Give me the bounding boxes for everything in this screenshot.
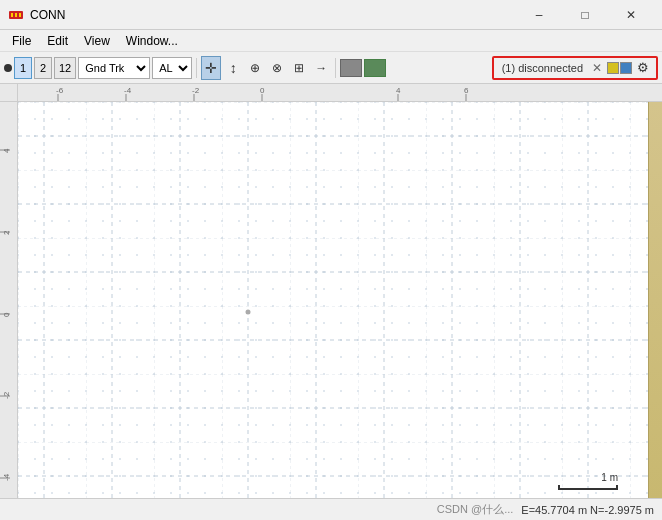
svg-text:-2: -2 [192, 86, 200, 95]
svg-text:4: 4 [396, 86, 401, 95]
minimize-button[interactable]: – [516, 0, 562, 30]
top-ruler-row: -6 -4 -2 0 4 6 [0, 84, 662, 102]
title-bar: CONN – □ ✕ [0, 0, 662, 30]
scale-bar: 1 m [558, 472, 618, 490]
app-title: CONN [30, 8, 65, 22]
scale-label: 1 m [601, 472, 618, 483]
svg-text:6: 6 [464, 86, 469, 95]
connection-close-button[interactable]: ✕ [589, 60, 605, 76]
scale-line [558, 485, 618, 490]
svg-rect-2 [15, 13, 17, 17]
layer-12-button[interactable]: 12 [54, 57, 76, 79]
layer-1-button[interactable]: 1 [14, 57, 32, 79]
status-bar: CSDN @什么... E=45.7704 m N=-2.9975 m [0, 498, 662, 520]
image-button-2[interactable] [364, 59, 386, 77]
svg-text:-6: -6 [56, 86, 64, 95]
disconnected-label: (1) disconnected [498, 62, 587, 74]
separator-2 [335, 58, 336, 78]
canvas-grid-svg [18, 102, 648, 498]
menu-window[interactable]: Window... [118, 30, 186, 51]
toolbar: 1 2 12 Gnd Trk Signal Power ALL NET ✛ ↕ … [0, 52, 662, 84]
svg-rect-1 [11, 13, 13, 17]
svg-text:-2: -2 [2, 391, 11, 399]
canvas-row: 4 2 0 -2 -4 [0, 102, 662, 498]
left-ruler: 4 2 0 -2 -4 [0, 102, 18, 498]
ruler-corner [0, 84, 18, 102]
settings-gear-button[interactable]: ⚙ [634, 59, 652, 77]
svg-text:-4: -4 [2, 473, 11, 481]
menu-file[interactable]: File [4, 30, 39, 51]
app-icon [8, 7, 24, 23]
circle-plus-button[interactable]: ⊕ [245, 56, 265, 80]
menu-view[interactable]: View [76, 30, 118, 51]
filter-select[interactable]: ALL NET [152, 57, 192, 79]
window-controls[interactable]: – □ ✕ [516, 0, 654, 30]
svg-rect-3 [19, 13, 21, 17]
layer-icon-blue [620, 62, 632, 74]
main-area: -6 -4 -2 0 4 6 4 2 0 [0, 84, 662, 498]
separator-1 [196, 58, 197, 78]
maximize-button[interactable]: □ [562, 0, 608, 30]
menu-edit[interactable]: Edit [39, 30, 76, 51]
svg-point-50 [246, 310, 251, 315]
dot-indicator [4, 64, 12, 72]
left-ruler-svg: 4 2 0 -2 -4 [0, 102, 17, 498]
circle-x-button[interactable]: ⊗ [267, 56, 287, 80]
close-button[interactable]: ✕ [608, 0, 654, 30]
svg-text:-4: -4 [124, 86, 132, 95]
layer-2-button[interactable]: 2 [34, 57, 52, 79]
image-button-1[interactable] [340, 59, 362, 77]
right-accent [648, 102, 662, 498]
svg-text:4: 4 [2, 148, 11, 153]
arrow-button[interactable]: → [311, 56, 331, 80]
layer-select[interactable]: Gnd Trk Signal Power [78, 57, 150, 79]
coordinates-display: E=45.7704 m N=-2.9975 m [521, 504, 654, 516]
connection-status-panel: (1) disconnected ✕ ⚙ [492, 56, 658, 80]
title-bar-left: CONN [8, 7, 65, 23]
top-ruler-svg: -6 -4 -2 0 4 6 [18, 84, 662, 101]
svg-rect-33 [18, 102, 648, 498]
vertical-tool-button[interactable]: ↕ [223, 56, 243, 80]
layer-icons [607, 62, 632, 74]
grid-button[interactable]: ⊞ [289, 56, 309, 80]
layer-icon-yellow [607, 62, 619, 74]
menu-bar: File Edit View Window... [0, 30, 662, 52]
svg-text:0: 0 [2, 312, 11, 317]
canvas-area[interactable]: 1 m [18, 102, 648, 498]
top-ruler: -6 -4 -2 0 4 6 [18, 84, 662, 102]
svg-text:0: 0 [260, 86, 265, 95]
watermark-text: CSDN @什么... [437, 502, 514, 517]
svg-text:2: 2 [2, 230, 11, 235]
cross-tool-button[interactable]: ✛ [201, 56, 221, 80]
